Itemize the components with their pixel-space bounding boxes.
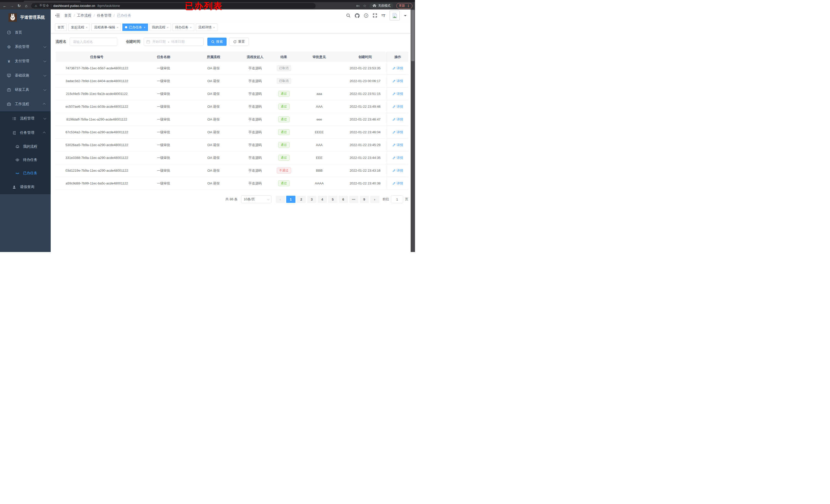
home-icon[interactable]: ⌂ bbox=[24, 4, 28, 8]
question-icon[interactable]: ? bbox=[364, 13, 369, 18]
tab-todo-tasks[interactable]: 待办任务× bbox=[172, 24, 194, 31]
close-icon[interactable]: × bbox=[86, 26, 87, 29]
detail-link[interactable]: 详情 bbox=[392, 181, 403, 186]
date-range-picker[interactable]: 开始日期 - 结束日期 bbox=[143, 38, 203, 46]
detail-link[interactable]: 详情 bbox=[392, 117, 403, 122]
more-pages-icon[interactable]: ••• bbox=[349, 196, 358, 203]
close-icon[interactable]: × bbox=[190, 26, 191, 29]
tab-label: 流程详情 bbox=[198, 25, 212, 30]
sidebar-item-done-tasks[interactable]: 已办任务 bbox=[0, 167, 51, 180]
result-badge: 通过 bbox=[278, 104, 290, 110]
detail-link[interactable]: 详情 bbox=[392, 130, 403, 135]
tab-home[interactable]: 首页 bbox=[55, 24, 67, 31]
detail-link[interactable]: 详情 bbox=[392, 156, 403, 160]
cell-task-id: 331e3388-7b9a-11ec-a290-acde48001122 bbox=[56, 152, 138, 164]
process-name-label: 流程名 bbox=[56, 39, 66, 44]
tab-process-detail[interactable]: 流程详情× bbox=[196, 24, 217, 31]
tags-view-bar: 首页 发起流程× 流程表单-编辑× 已办任务× 我的流程× 待办任务× 流程详情… bbox=[51, 22, 411, 33]
cell-task-id: 03d1219e-7b9a-11ec-a290-acde48001122 bbox=[56, 164, 138, 177]
breadcrumb-item[interactable]: 任务管理 bbox=[97, 13, 111, 18]
key-icon[interactable] bbox=[356, 4, 360, 8]
incognito-label: 无痕模式 bbox=[378, 4, 390, 8]
sidebar-item-system[interactable]: ⚙ 系统管理 bbox=[0, 40, 51, 54]
more-vert-icon[interactable]: ⋮ bbox=[407, 4, 410, 8]
fullscreen-icon[interactable] bbox=[373, 13, 377, 18]
sidebar-item-label: 首页 bbox=[15, 30, 22, 35]
cell-comment: AAA bbox=[295, 139, 343, 151]
detail-link[interactable]: 详情 bbox=[392, 143, 403, 147]
search-button[interactable]: 搜索 bbox=[208, 38, 227, 46]
forward-icon[interactable]: → bbox=[10, 4, 14, 8]
detail-link[interactable]: 详情 bbox=[392, 79, 403, 83]
breadcrumb-separator: / bbox=[74, 13, 75, 18]
tab-form-edit[interactable]: 流程表单-编辑× bbox=[91, 24, 121, 31]
cell-time: 2022-01-22 23:44:35 bbox=[343, 152, 387, 164]
breadcrumb-current: 已办任务 bbox=[117, 13, 131, 18]
cell-comment: EEEE bbox=[295, 126, 343, 138]
font-size-icon[interactable]: TT bbox=[381, 13, 385, 18]
sidebar-item-workflow[interactable]: 工作流程 bbox=[0, 97, 51, 111]
close-icon[interactable]: × bbox=[117, 26, 118, 29]
tab-done-tasks[interactable]: 已办任务× bbox=[122, 24, 148, 31]
sidebar-item-leave-query[interactable]: 请假查询 bbox=[0, 180, 51, 194]
cell-task-id: 215cf4e5-7b9b-11ec-9a1b-acde48001122 bbox=[56, 88, 138, 100]
svg-text:?: ? bbox=[365, 14, 367, 17]
sidebar-logo-row[interactable]: 芋道管理系统 bbox=[0, 9, 51, 25]
sidebar-item-my-process[interactable]: 我的流程 bbox=[0, 140, 51, 153]
close-icon[interactable]: × bbox=[213, 26, 215, 29]
cell-flow: OA 请假 bbox=[189, 152, 238, 164]
cell-time: 2022-01-22 23:43:16 bbox=[343, 164, 387, 177]
page-button-5[interactable]: 5 bbox=[328, 196, 338, 203]
sidebar-item-home[interactable]: 首页 bbox=[0, 25, 51, 40]
sidebar-fold-icon[interactable] bbox=[55, 13, 60, 18]
warning-icon[interactable]: ⚠ bbox=[35, 4, 37, 7]
detail-link[interactable]: 详情 bbox=[392, 104, 403, 109]
tab-start-process[interactable]: 发起流程× bbox=[68, 24, 90, 31]
sidebar-item-payment[interactable]: ¥ 支付管理 bbox=[0, 54, 51, 68]
update-button[interactable]: 更新 ⋮ bbox=[396, 3, 412, 9]
detail-link[interactable]: 详情 bbox=[392, 168, 403, 173]
breadcrumb-item[interactable]: 首页 bbox=[64, 13, 71, 18]
github-icon[interactable] bbox=[355, 13, 359, 18]
sidebar-item-process-mgmt[interactable]: 流程管理 bbox=[0, 111, 51, 126]
detail-link[interactable]: 详情 bbox=[392, 92, 403, 96]
page-button-4[interactable]: 4 bbox=[318, 196, 327, 203]
scrollbar[interactable] bbox=[411, 9, 415, 252]
chevron-down-icon bbox=[43, 59, 46, 62]
page-button-6[interactable]: 6 bbox=[339, 196, 348, 203]
search-icon[interactable] bbox=[346, 13, 350, 18]
sidebar-item-infra[interactable]: 基础设施 bbox=[0, 68, 51, 82]
close-icon[interactable]: × bbox=[167, 26, 168, 29]
page-size-select[interactable]: 10条/页 bbox=[241, 196, 272, 203]
close-icon[interactable]: × bbox=[143, 26, 145, 29]
browser-tab[interactable] bbox=[24, 1, 81, 2]
caret-down-icon[interactable] bbox=[404, 15, 407, 18]
url-bar[interactable]: ⚠ 不安全 dashboard.yudao.iocoder.cn/bpm/tas… bbox=[31, 3, 316, 8]
reset-button[interactable]: 重置 bbox=[229, 38, 249, 46]
prev-page-button[interactable]: ‹ bbox=[276, 196, 285, 203]
tab-my-process[interactable]: 我的流程× bbox=[150, 24, 171, 31]
page-button-1[interactable]: 1 bbox=[286, 196, 295, 203]
process-name-input[interactable] bbox=[70, 38, 117, 46]
reload-icon[interactable]: ↻ bbox=[17, 4, 21, 8]
sidebar-item-todo-tasks[interactable]: 待办任务 bbox=[0, 153, 51, 167]
cell-task-name: 一级审批 bbox=[138, 152, 189, 164]
avatar[interactable] bbox=[390, 10, 400, 21]
back-icon[interactable]: ← bbox=[3, 4, 7, 8]
next-page-button[interactable]: › bbox=[370, 196, 379, 203]
sidebar-item-devtools[interactable]: 研发工具 bbox=[0, 82, 51, 97]
app-header: 首页 / 工作流程 / 任务管理 / 已办任务 ? bbox=[51, 9, 411, 22]
sidebar-item-label: 流程管理 bbox=[20, 116, 34, 121]
main-area: 首页 / 工作流程 / 任务管理 / 已办任务 ? bbox=[51, 9, 411, 252]
goto-page-input[interactable] bbox=[391, 196, 403, 203]
sidebar-item-task-mgmt[interactable]: 任务管理 bbox=[0, 126, 51, 140]
breadcrumb-item[interactable]: 工作流程 bbox=[77, 13, 91, 18]
yen-icon: ¥ bbox=[6, 59, 11, 63]
star-icon[interactable]: ☆ bbox=[363, 4, 366, 8]
scrollbar-thumb[interactable] bbox=[411, 10, 414, 61]
detail-link[interactable]: 详情 bbox=[392, 66, 403, 71]
cell-starter: 芋道源码 bbox=[238, 113, 273, 126]
page-button-3[interactable]: 3 bbox=[307, 196, 316, 203]
page-button-2[interactable]: 2 bbox=[297, 196, 306, 203]
page-button-9[interactable]: 9 bbox=[360, 196, 369, 203]
